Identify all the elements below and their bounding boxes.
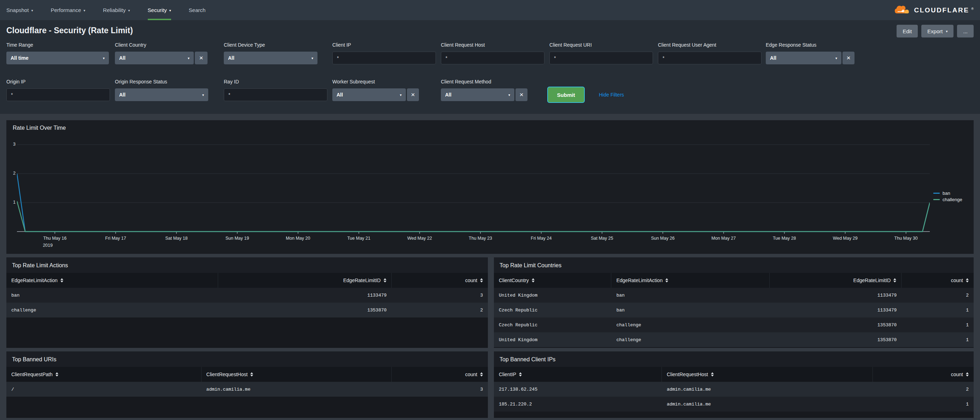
table-cell: 1353870 [218,302,391,318]
column-header-edgeratelimitaction[interactable]: EdgeRateLimitAction [611,273,770,288]
page-title: Cloudflare - Security (Rate Limit) [6,26,133,35]
chevron-down-icon: ▾ [103,56,105,60]
table-title: Top Rate Limit Countries [494,258,974,273]
table-header-row: ClientCountryEdgeRateLimitActionEdgeRate… [494,273,974,288]
column-header-clientrequesthost[interactable]: ClientRequestHost [202,367,392,382]
filter-client-request-uri: Client Request URI [549,42,653,64]
submit-button[interactable]: Submit [547,87,585,103]
clear-filter-button[interactable]: × [195,52,207,64]
origin-ip-input[interactable] [6,88,110,101]
client-request-method-dropdown[interactable]: All▾ [441,88,514,101]
client-request-host-input[interactable] [441,52,544,64]
client-ip-input[interactable] [332,52,436,64]
chevron-down-icon: ▾ [83,8,85,13]
client-request-uri-input[interactable] [549,52,653,64]
column-header-clientip[interactable]: ClientIP [494,367,662,382]
table-title: Top Banned Client IPs [494,352,974,367]
nav-menu: Snapshot▾Performance▾Reliability▾Securit… [6,0,223,20]
filter-ray-id: Ray ID [224,79,328,101]
x-axis-tick-label: Wed May 22 [391,236,448,241]
origin-response-status-dropdown[interactable]: All▾ [115,88,208,101]
filter-control [224,88,328,101]
filter-edge-response-status: Edge Response StatusAll▾× [766,42,854,64]
cloudflare-logo: CLOUDFLARE ® [892,4,974,17]
table-cell: challenge [611,318,770,332]
table-row[interactable]: United Kingdomban11334792 [494,288,974,302]
filter-label: Origin IP [6,79,110,86]
x-axis-tick-label: Thu May 16 [27,236,83,241]
column-header-label: count [465,372,477,377]
y-axis-tick-label: 3 [7,142,16,147]
column-header-clientrequestpath[interactable]: ClientRequestPath [6,367,202,382]
client-country-dropdown[interactable]: All▾ [115,52,194,64]
column-header-edgeratelimitaction[interactable]: EdgeRateLimitAction [6,273,218,288]
chevron-down-icon: ▾ [169,8,171,13]
filter-label: Origin Response Status [115,79,208,86]
table-row[interactable]: challenge13538702 [6,302,488,318]
column-header-edgeratelimitid[interactable]: EdgeRateLimitID [218,273,391,288]
filter-label: Client Country [115,42,207,49]
nav-item-snapshot[interactable]: Snapshot▾ [6,0,33,20]
edge-response-status-dropdown[interactable]: All▾ [766,52,842,64]
table-header-row: EdgeRateLimitActionEdgeRateLimitIDcount [6,273,488,288]
legend-swatch [933,192,940,194]
client-device-type-dropdown[interactable]: All▾ [224,52,318,64]
nav-item-security[interactable]: Security▾ [148,0,171,20]
clear-filter-button[interactable]: × [407,88,419,101]
column-header-count[interactable]: count [392,273,488,288]
hide-filters-link[interactable]: Hide Filters [599,92,624,97]
column-header-count[interactable]: count [392,367,488,382]
more-button[interactable]: ... [957,25,974,38]
x-axis-tick-label: Thu May 23 [452,236,509,241]
client-request-user-agent-input[interactable] [658,52,762,64]
table-cell: United Kingdom [494,332,611,347]
column-header-edgeratelimitid[interactable]: EdgeRateLimitID [770,273,902,288]
sort-icon [250,372,253,377]
legend-item-ban[interactable]: ban [933,190,963,196]
chevron-down-icon: ▾ [835,56,837,60]
clear-filter-button[interactable]: × [515,88,528,101]
legend-item-challenge[interactable]: challenge [933,196,963,202]
table-row[interactable]: 185.21.220.2admin.camilia.me1 [494,397,974,412]
ray-id-input[interactable] [224,88,328,101]
table-row[interactable]: ban11334793 [6,288,488,302]
legend-swatch [933,199,940,200]
column-header-clientcountry[interactable]: ClientCountry [494,273,611,288]
worker-subrequest-dropdown[interactable]: All▾ [332,88,406,101]
table-cell: challenge [6,302,218,318]
dropdown-value: All [445,92,452,97]
sort-icon [480,278,483,283]
clear-filter-button[interactable]: × [843,52,854,64]
x-axis-tick-label: Thu May 30 [878,236,934,241]
edit-button[interactable]: Edit [897,25,918,38]
x-axis-tick-label: Sun May 19 [209,236,266,241]
filter-row-2: Origin IPOrigin Response StatusAll▾Ray I… [0,79,980,102]
nav-item-search[interactable]: Search [189,0,206,20]
table-row[interactable]: United Kingdomchallenge13538701 [494,332,974,347]
table-row[interactable]: /admin.camilia.me3 [6,382,488,397]
filter-control [332,52,436,64]
top-nav: Snapshot▾Performance▾Reliability▾Securit… [0,0,980,20]
nav-item-label: Performance [51,7,81,13]
nav-item-label: Search [189,7,206,13]
table-row[interactable]: Czech Republicchallenge13538701 [494,318,974,332]
column-header-label: ClientRequestPath [11,372,52,377]
y-axis-tick-label: 1 [7,200,16,205]
column-header-count[interactable]: count [902,273,974,288]
column-header-label: ClientIP [499,372,516,377]
table-cell: 1 [902,302,974,318]
filter-worker-subrequest: Worker SubrequestAll▾× [332,79,419,101]
time-range-dropdown[interactable]: All time▾ [6,52,109,64]
rate-limit-chart [17,140,930,235]
export-button[interactable]: Export▾ [921,25,953,38]
sort-icon [383,278,387,283]
chevron-down-icon: ▾ [400,93,402,97]
table-row[interactable]: Czech Republicban11334791 [494,302,974,318]
chevron-down-icon: ▾ [202,93,204,97]
column-header-clientrequesthost[interactable]: ClientRequestHost [662,367,873,382]
column-header-count[interactable]: count [873,367,974,382]
nav-item-reliability[interactable]: Reliability▾ [103,0,130,20]
dropdown-value: All time [11,55,29,61]
nav-item-performance[interactable]: Performance▾ [51,0,85,20]
table-row[interactable]: 217.138.62.245admin.camilia.me2 [494,382,974,397]
